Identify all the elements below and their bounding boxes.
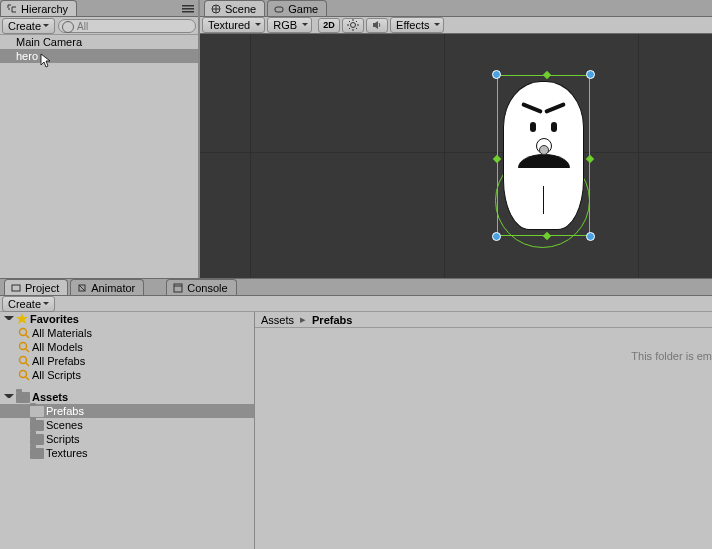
hierarchy-item-label: hero — [16, 50, 38, 62]
search-icon — [18, 355, 30, 367]
lighting-toggle[interactable] — [342, 18, 364, 33]
render-mode-dropdown[interactable]: RGB — [267, 17, 312, 33]
svg-point-25 — [20, 371, 27, 378]
svg-rect-4 — [275, 7, 283, 12]
svg-line-11 — [356, 28, 357, 29]
folder-contents[interactable]: This folder is em — [255, 328, 712, 549]
favorite-label: All Scripts — [32, 369, 81, 381]
favorite-all-scripts[interactable]: All Scripts — [0, 368, 254, 382]
favorites-label: Favorites — [30, 313, 79, 325]
hierarchy-item-main-camera[interactable]: Main Camera — [0, 35, 198, 49]
resize-handle-tr[interactable] — [586, 70, 595, 79]
svg-line-13 — [356, 21, 357, 22]
folder-scripts[interactable]: Scripts — [0, 432, 254, 446]
animator-icon — [77, 283, 87, 293]
folder-icon — [30, 420, 44, 431]
tab-console-label: Console — [187, 282, 227, 294]
favorite-all-models[interactable]: All Models — [0, 340, 254, 354]
disclosure-triangle-icon[interactable] — [4, 314, 14, 324]
project-create-label: Create — [8, 298, 41, 310]
svg-point-19 — [20, 329, 27, 336]
empty-folder-message: This folder is em — [631, 350, 712, 362]
favorite-label: All Materials — [32, 327, 92, 339]
svg-point-23 — [20, 357, 27, 364]
svg-rect-1 — [182, 8, 194, 10]
panel-menu-icon[interactable] — [178, 4, 198, 16]
breadcrumb-assets[interactable]: Assets — [261, 314, 294, 326]
tab-console[interactable]: Console — [166, 279, 236, 295]
breadcrumb-prefabs[interactable]: Prefabs — [312, 314, 352, 326]
svg-line-12 — [349, 28, 350, 29]
hierarchy-item-hero[interactable]: hero — [0, 49, 198, 63]
svg-line-22 — [26, 349, 29, 352]
svg-line-10 — [349, 21, 350, 22]
search-icon — [18, 341, 30, 353]
shading-mode-dropdown[interactable]: Textured — [202, 17, 265, 33]
game-icon — [274, 4, 284, 14]
svg-point-5 — [351, 23, 356, 28]
assets-label: Assets — [32, 391, 68, 403]
chevron-down-icon — [43, 302, 49, 306]
favorites-header[interactable]: Favorites — [0, 312, 254, 326]
breadcrumb-separator-icon: ▸ — [300, 313, 306, 326]
selected-sprite[interactable] — [497, 75, 590, 236]
mode-2d-button[interactable]: 2D — [318, 18, 340, 33]
audio-toggle[interactable] — [366, 18, 388, 33]
search-placeholder: All — [77, 21, 88, 32]
folder-textures[interactable]: Textures — [0, 446, 254, 460]
folder-label: Scripts — [46, 433, 80, 445]
folder-icon — [30, 448, 44, 459]
svg-rect-0 — [182, 5, 194, 7]
tab-animator-label: Animator — [91, 282, 135, 294]
tab-game-label: Game — [288, 3, 318, 15]
resize-handle-tl[interactable] — [492, 70, 501, 79]
favorite-all-materials[interactable]: All Materials — [0, 326, 254, 340]
tab-hierarchy[interactable]: Hierarchy — [0, 0, 77, 16]
svg-line-24 — [26, 363, 29, 366]
folder-icon — [30, 406, 44, 417]
favorite-all-prefabs[interactable]: All Prefabs — [0, 354, 254, 368]
sun-icon — [347, 19, 359, 31]
project-create-button[interactable]: Create — [2, 296, 55, 312]
scene-icon — [211, 4, 221, 14]
tab-game[interactable]: Game — [267, 0, 327, 16]
folder-icon — [30, 434, 44, 445]
hierarchy-panel: Hierarchy Create All Main Camera hero — [0, 0, 200, 278]
console-icon — [173, 283, 183, 293]
resize-handle-br[interactable] — [586, 232, 595, 241]
folder-scenes[interactable]: Scenes — [0, 418, 254, 432]
favorite-label: All Models — [32, 341, 83, 353]
chevron-down-icon — [43, 24, 49, 28]
tab-project-label: Project — [25, 282, 59, 294]
hierarchy-search-input[interactable]: All — [58, 19, 196, 33]
disclosure-triangle-icon[interactable] — [4, 392, 14, 402]
resize-handle-bl[interactable] — [492, 232, 501, 241]
cursor-icon — [40, 53, 52, 69]
pivot-handle[interactable] — [539, 145, 549, 155]
mode-2d-label: 2D — [323, 20, 335, 30]
folder-label: Prefabs — [46, 405, 84, 417]
star-icon — [16, 313, 28, 325]
tab-scene[interactable]: Scene — [204, 0, 265, 16]
tab-project[interactable]: Project — [4, 279, 68, 295]
search-icon — [18, 327, 30, 339]
hierarchy-icon — [7, 4, 17, 14]
effects-dropdown[interactable]: Effects — [390, 17, 444, 33]
create-button-label: Create — [8, 20, 41, 32]
tab-animator[interactable]: Animator — [70, 279, 144, 295]
speaker-icon — [371, 19, 383, 31]
folder-prefabs[interactable]: Prefabs — [0, 404, 254, 418]
tab-hierarchy-label: Hierarchy — [21, 3, 68, 15]
project-icon — [11, 283, 21, 293]
create-button[interactable]: Create — [2, 18, 55, 34]
svg-line-16 — [79, 285, 85, 291]
project-content: Assets ▸ Prefabs This folder is em — [255, 312, 712, 549]
breadcrumb: Assets ▸ Prefabs — [255, 312, 712, 328]
search-icon — [18, 369, 30, 381]
folder-label: Textures — [46, 447, 88, 459]
sprite-body — [503, 81, 584, 230]
assets-header[interactable]: Assets — [0, 390, 254, 404]
folder-icon — [16, 392, 30, 403]
project-tree: Favorites All Materials All Models All P… — [0, 312, 255, 549]
scene-viewport[interactable] — [200, 34, 712, 278]
